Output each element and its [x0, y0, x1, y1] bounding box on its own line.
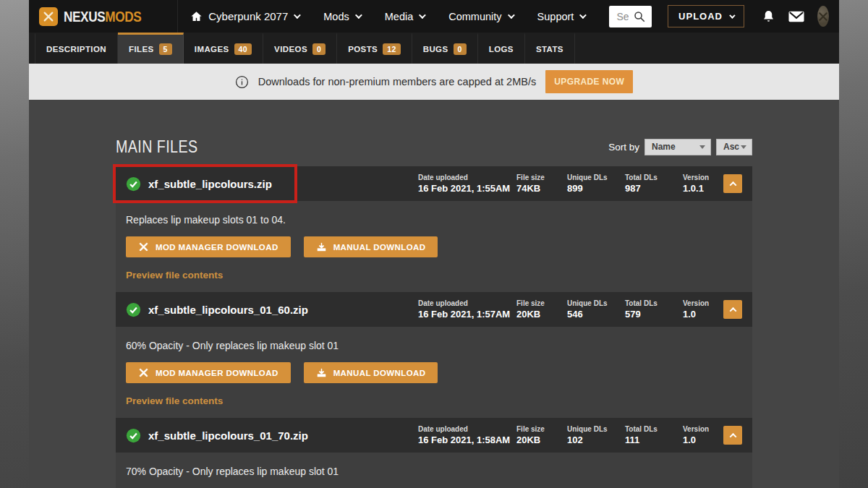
- tab-count-badge: 0: [312, 43, 326, 56]
- collapse-toggle-button[interactable]: [723, 426, 742, 445]
- tab-description[interactable]: DESCRIPTION: [35, 33, 118, 64]
- preview-file-contents-link[interactable]: Preview file contents: [126, 395, 223, 411]
- nav-item-label: Media: [385, 11, 414, 22]
- tab-bugs[interactable]: BUGS0: [412, 33, 478, 64]
- meta-value: 74KB: [516, 183, 557, 194]
- tab-logs[interactable]: LOGS: [478, 33, 525, 64]
- file-meta: Date uploaded16 Feb 2021, 1:55AM File si…: [408, 174, 742, 194]
- meta-value: 16 Feb 2021, 1:55AM: [418, 183, 506, 194]
- file-block: xf_subtle_lipcolours_01_70.zip Date uplo…: [116, 418, 752, 488]
- main-files-header: MAIN FILES Sort by Name Asc: [116, 136, 752, 158]
- chevron-down-icon: [508, 12, 515, 19]
- button-label: MANUAL DOWNLOAD: [333, 243, 426, 252]
- brand-wordmark: NEXUSMODS: [64, 8, 141, 25]
- upgrade-now-button[interactable]: UPGRADE NOW: [545, 70, 633, 93]
- nav-item-label: Mods: [323, 11, 349, 22]
- meta-value: 20KB: [516, 309, 557, 320]
- file-header-row: xf_subtle_lipcolours.zip Date uploaded16…: [116, 166, 752, 201]
- chevron-up-icon: [729, 181, 736, 188]
- meta-value: 1.0: [683, 309, 715, 320]
- meta-date: Date uploaded16 Feb 2021, 1:57AM: [418, 299, 506, 320]
- sort-field-select[interactable]: Name: [644, 139, 711, 155]
- nav-item-media[interactable]: Media: [385, 11, 425, 22]
- meta-unique-dls: Unique DLs102: [567, 425, 615, 445]
- meta-unique-dls: Unique DLs899: [567, 174, 615, 194]
- file-meta: Date uploaded16 Feb 2021, 1:57AM File si…: [408, 299, 742, 320]
- chevron-down-icon: [355, 12, 362, 19]
- nav-item-community[interactable]: Community: [448, 11, 512, 22]
- sort-direction-value: Asc: [723, 142, 739, 152]
- file-header-row: xf_subtle_lipcolours_01_70.zip Date uplo…: [116, 418, 752, 453]
- tab-count-badge: 0: [454, 43, 467, 56]
- envelope-icon: [788, 11, 804, 22]
- tab-count-badge: 12: [383, 43, 400, 56]
- collapse-toggle-button[interactable]: [723, 300, 742, 319]
- meta-unique-dls: Unique DLs546: [567, 299, 615, 320]
- meta-label: Date uploaded: [418, 299, 506, 307]
- messages-button[interactable]: [788, 11, 804, 22]
- meta-label: Version: [683, 174, 715, 181]
- meta-label: File size: [516, 174, 557, 181]
- meta-label: Total DLs: [625, 174, 673, 181]
- tab-images[interactable]: IMAGES40: [184, 33, 263, 64]
- nexusmods-logo[interactable]: NEXUSMODS: [39, 7, 158, 26]
- nav-item-support[interactable]: Support: [537, 11, 585, 22]
- top-nav-bar: NEXUSMODS Cyberpunk 2077 Mods Media Comm…: [29, 0, 839, 33]
- download-buttons: MOD MANAGER DOWNLOAD MANUAL DOWNLOAD: [126, 362, 742, 383]
- collapse-toggle-button[interactable]: [723, 174, 742, 193]
- preview-file-contents-link[interactable]: Preview file contents: [126, 270, 223, 285]
- nav-item-mods[interactable]: Mods: [323, 11, 359, 22]
- mod-manager-download-button[interactable]: MOD MANAGER DOWNLOAD: [126, 362, 291, 383]
- manual-download-button[interactable]: MANUAL DOWNLOAD: [304, 362, 438, 383]
- upload-label: UPLOAD: [678, 11, 723, 22]
- tab-posts[interactable]: POSTS12: [337, 33, 412, 64]
- tab-label: POSTS: [348, 45, 378, 53]
- check-circle-icon: [126, 302, 141, 317]
- file-description: 60% Opacity - Only replaces lip makeup s…: [126, 340, 742, 351]
- nav-game-menu[interactable]: Cyberpunk 2077: [190, 10, 299, 22]
- avatar-pinwheel-icon: [817, 11, 829, 22]
- meta-label: Unique DLs: [567, 425, 615, 433]
- tab-count-badge: 40: [234, 43, 252, 56]
- mod-page-tabs: DESCRIPTION FILES5 IMAGES40 VIDEOS0 POST…: [29, 33, 839, 64]
- upload-button[interactable]: UPLOAD: [668, 5, 744, 27]
- meta-value: 546: [567, 309, 615, 320]
- meta-version: Version1.0.1: [683, 174, 715, 194]
- file-meta: Date uploaded16 Feb 2021, 1:58AM File si…: [408, 425, 742, 445]
- file-expanded-body: 60% Opacity - Only replaces lip makeup s…: [116, 327, 752, 418]
- chevron-up-icon: [729, 432, 736, 440]
- meta-label: Unique DLs: [567, 174, 615, 181]
- search-icon[interactable]: [633, 10, 646, 23]
- tab-label: FILES: [129, 45, 154, 53]
- tab-stats[interactable]: STATS: [525, 33, 575, 64]
- file-block: xf_subtle_lipcolours.zip Date uploaded16…: [116, 166, 752, 292]
- mod-manager-download-button[interactable]: MOD MANAGER DOWNLOAD: [126, 236, 291, 257]
- info-icon: [235, 75, 249, 89]
- chevron-down-icon: [741, 145, 746, 149]
- chevron-up-icon: [729, 307, 736, 314]
- tab-files[interactable]: FILES5: [118, 33, 184, 64]
- file-description: 70% Opacity - Only replaces lip makeup s…: [126, 466, 742, 477]
- meta-label: Date uploaded: [418, 174, 506, 181]
- meta-date: Date uploaded16 Feb 2021, 1:55AM: [418, 174, 506, 194]
- tab-videos[interactable]: VIDEOS0: [263, 33, 337, 64]
- meta-label: File size: [516, 425, 557, 433]
- download-icon: [316, 241, 327, 252]
- manual-download-button[interactable]: MANUAL DOWNLOAD: [304, 236, 438, 257]
- page-title: MAIN FILES: [116, 137, 197, 157]
- check-circle-icon: [126, 176, 141, 192]
- meta-value: 1.0: [683, 435, 715, 445]
- sort-direction-select[interactable]: Asc: [716, 139, 752, 155]
- meta-value: 111: [625, 435, 673, 445]
- meta-label: Version: [683, 425, 715, 433]
- meta-value: 579: [625, 309, 673, 320]
- meta-total-dls: Total DLs579: [625, 299, 673, 320]
- meta-label: Version: [683, 299, 715, 307]
- notifications-button[interactable]: [762, 9, 775, 24]
- user-avatar[interactable]: [817, 6, 829, 27]
- files-main-content: MAIN FILES Sort by Name Asc xf_subtle_li…: [29, 100, 839, 488]
- tab-label: DESCRIPTION: [46, 45, 106, 53]
- tab-label: BUGS: [423, 45, 448, 53]
- download-buttons: MOD MANAGER DOWNLOAD MANUAL DOWNLOAD: [126, 236, 742, 257]
- chevron-down-icon: [419, 12, 426, 19]
